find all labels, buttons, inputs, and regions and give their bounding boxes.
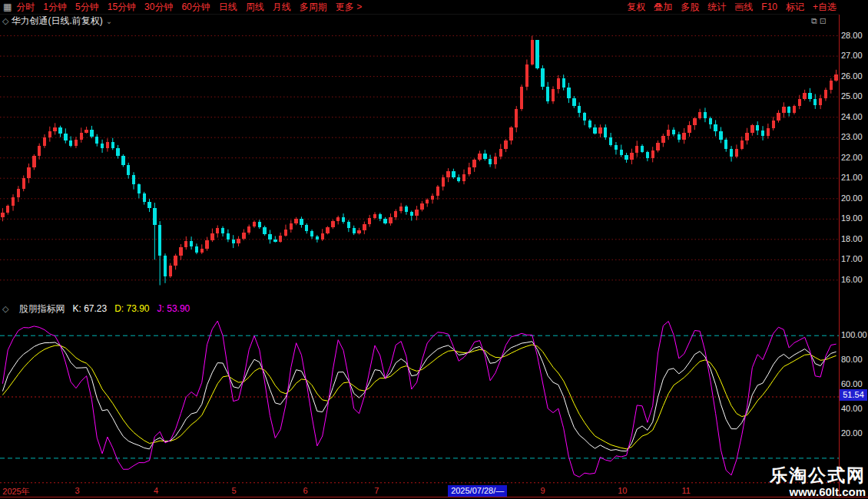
price-tick-label: 25.00 <box>841 91 867 101</box>
axis-border-line <box>839 15 840 497</box>
price-tick-label: 21.00 <box>841 173 867 182</box>
main-chart-header: ◇ 华力创通(日线.前复权) ⌄ <box>0 15 112 28</box>
tool-item[interactable]: 叠加 <box>654 0 672 15</box>
period-item[interactable]: 月线 <box>273 0 291 15</box>
tool-item[interactable]: 画线 <box>734 0 753 15</box>
tool-item[interactable]: +自选 <box>813 0 837 15</box>
timeline-axis: 2025年34567910112025/07/28/— <box>0 485 839 497</box>
timeline-tick: 4 <box>154 486 158 495</box>
price-tick-label: 28.00 <box>841 31 867 40</box>
timeline-tick: 11 <box>682 486 691 495</box>
indicator-tick-label: 20.00 <box>841 428 867 438</box>
timeline-tick: 5 <box>232 486 237 495</box>
watermark-site-name: 乐淘公式网 <box>770 465 866 485</box>
price-tick-label: 20.00 <box>841 193 867 203</box>
current-value-badge: 51.54 <box>840 389 867 401</box>
period-item[interactable]: 多周期 <box>300 0 327 15</box>
timeline-tick: 10 <box>618 486 627 495</box>
selected-date-label: 2025/07/28/— <box>448 485 507 497</box>
period-item[interactable]: 15分钟 <box>108 0 136 15</box>
period-item[interactable]: 30分钟 <box>144 0 173 15</box>
tool-item[interactable]: 复权 <box>627 0 645 15</box>
panel-overlap-icon[interactable]: ⧉ <box>811 16 820 25</box>
price-axis: 28.0027.0026.0025.0024.0023.0022.0021.00… <box>839 0 868 499</box>
price-tick-label: 16.00 <box>841 275 867 284</box>
chevron-down-icon[interactable]: ⌄ <box>106 17 112 25</box>
price-tick-label: 23.00 <box>841 132 867 141</box>
kdj-chart[interactable] <box>0 315 839 485</box>
indicator-header: ◇ 股朋指标网 K: 67.23 D: 73.90 J: 53.90 <box>0 302 841 315</box>
watermark-url: www.60lt.com <box>770 485 866 499</box>
price-tick-label: 26.00 <box>841 71 867 81</box>
price-tick-label: 19.00 <box>841 213 867 223</box>
grid-icon[interactable]: ▦ <box>3 2 12 12</box>
panel-maximize-icon[interactable]: ⊡ <box>820 16 829 25</box>
price-tick-label: 24.00 <box>841 112 867 121</box>
timeline-tick: 2025年 <box>2 486 29 497</box>
kdj-d-value: D: 73.90 <box>114 303 149 314</box>
period-item[interactable]: 1分钟 <box>43 0 67 15</box>
price-tick-label: 18.00 <box>841 234 867 243</box>
diamond-icon: ◇ <box>2 16 8 26</box>
panel-corner-icons: ⧉⊡ <box>811 16 829 26</box>
timeline-tick: 9 <box>540 486 545 495</box>
price-tick-label: 27.00 <box>841 51 867 60</box>
price-tick-label: 17.00 <box>841 254 867 263</box>
indicator-tick-label: 80.00 <box>841 355 867 364</box>
period-item[interactable]: 日线 <box>219 0 237 15</box>
indicator-tick-label: 100.00 <box>841 330 867 339</box>
timeline-tick: 6 <box>303 486 307 495</box>
indicator-tick-label: 60.00 <box>841 379 867 388</box>
watermark: 乐淘公式网 www.60lt.com <box>770 465 866 499</box>
candlestick-chart[interactable] <box>0 28 839 302</box>
kdj-k-value: K: 67.23 <box>72 303 107 314</box>
timeline-tick: 7 <box>374 486 379 495</box>
timeline-tick: 3 <box>75 486 79 495</box>
period-item[interactable]: 60分钟 <box>181 0 210 15</box>
indicator-title: 股朋指标网 <box>18 302 65 316</box>
period-menu: 分时1分钟5分钟15分钟30分钟60分钟日线周线月线多周期更多 > <box>16 0 362 15</box>
kdj-j-value: J: 53.90 <box>157 303 190 314</box>
tool-item[interactable]: F10 <box>761 0 777 15</box>
top-toolbar: ▦ 分时1分钟5分钟15分钟30分钟60分钟日线周线月线多周期更多 > 复权叠加… <box>0 0 868 15</box>
trading-app-window: ▦ 分时1分钟5分钟15分钟30分钟60分钟日线周线月线多周期更多 > 复权叠加… <box>0 0 868 499</box>
period-item[interactable]: 分时 <box>16 0 35 15</box>
price-tick-label: 22.00 <box>841 153 867 162</box>
period-item[interactable]: 5分钟 <box>75 0 99 15</box>
tools-menu: 复权叠加多股统计画线F10标记+自选返回 <box>627 0 868 15</box>
indicator-tick-label: 40.00 <box>841 404 867 413</box>
tool-item[interactable]: 标记 <box>786 0 804 15</box>
chart-title: 华力创通(日线.前复权) <box>11 15 102 28</box>
tool-item[interactable]: 统计 <box>707 0 726 15</box>
diamond-icon[interactable]: ◇ <box>2 304 8 314</box>
tool-item[interactable]: 多股 <box>681 0 699 15</box>
bottom-border-line <box>0 497 868 497</box>
period-item[interactable]: 周线 <box>246 0 264 15</box>
period-item[interactable]: 更多 > <box>336 0 362 15</box>
